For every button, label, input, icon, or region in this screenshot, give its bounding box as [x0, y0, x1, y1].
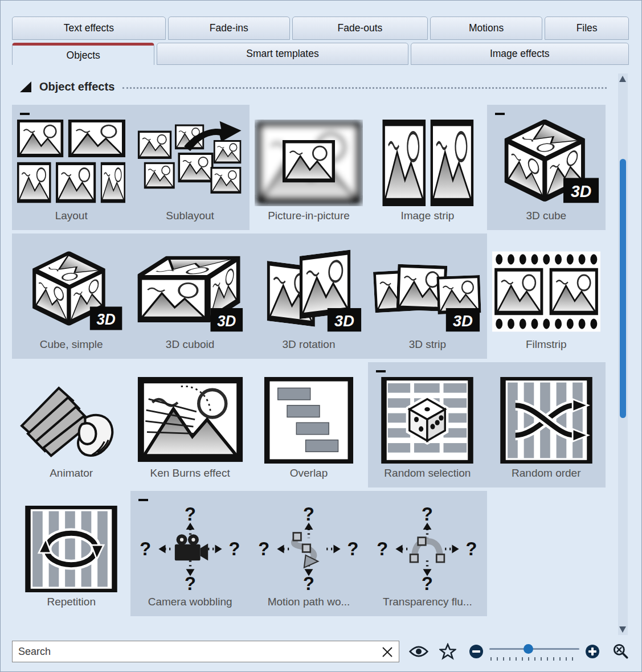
sublayout-icon	[136, 120, 244, 206]
3d-badge-icon	[328, 308, 362, 331]
layout-icon	[17, 120, 125, 206]
tab-files[interactable]: Files	[545, 17, 629, 40]
effect-item-3d-cuboid[interactable]: 3D cuboid	[130, 233, 249, 359]
tab-label: Fade-outs	[338, 22, 383, 34]
thumbnail-size-slider[interactable]	[489, 642, 579, 661]
effect-item-3d-strip[interactable]: 3D strip	[368, 233, 486, 359]
effect-item-ken-burns[interactable]: Ken Burns effect	[130, 362, 249, 487]
search-box	[12, 641, 399, 662]
cube-simple-icon	[17, 248, 125, 335]
effect-item-motion-path-wobbling[interactable]: Motion path wo...	[250, 491, 368, 616]
tab-text-effects[interactable]: Text effects	[12, 17, 166, 40]
effect-item-random-order[interactable]: Random order	[487, 362, 606, 487]
animator-icon	[17, 377, 125, 464]
tab-objects-active[interactable]: Objects	[12, 43, 154, 65]
3d-strip-icon	[373, 248, 481, 335]
vertical-scrollbar[interactable]	[618, 73, 628, 635]
picture-in-picture-icon	[255, 120, 363, 206]
tab-label: Image effects	[490, 48, 550, 60]
effect-label: Random selection	[384, 467, 471, 480]
filmstrip-icon	[492, 248, 600, 335]
favorites-star-icon[interactable]	[439, 643, 456, 660]
reset-zoom-icon[interactable]	[611, 642, 629, 661]
effect-item-picture-in-picture[interactable]: Picture-in-picture	[250, 105, 368, 230]
effect-label: Filmstrip	[526, 338, 567, 351]
effect-label: Ken Burns effect	[150, 467, 230, 480]
effect-label: 3D cuboid	[166, 338, 215, 351]
collapse-group-icon[interactable]	[20, 113, 30, 115]
slider-thumb[interactable]	[524, 644, 533, 654]
effect-label: Picture-in-picture	[268, 210, 350, 222]
tab-label: Motions	[469, 22, 504, 34]
random-order-icon	[492, 377, 600, 464]
effect-label: Repetition	[47, 596, 96, 608]
effect-item-camera-wobbling[interactable]: Camera wobbling	[130, 491, 249, 616]
tab-fade-outs[interactable]: Fade-outs	[292, 17, 428, 40]
tab-label: Fade-ins	[210, 22, 248, 34]
3d-rotation-icon	[255, 248, 363, 335]
effect-label: Motion path wo...	[268, 596, 350, 608]
zoom-out-button[interactable]	[469, 644, 484, 659]
effect-label: Layout	[55, 210, 88, 222]
scroll-down-arrow-icon[interactable]	[619, 626, 626, 633]
effect-item-random-selection[interactable]: Random selection	[368, 362, 486, 487]
collapse-group-icon[interactable]	[376, 370, 386, 372]
slider-track[interactable]	[489, 648, 579, 650]
scrollbar-thumb[interactable]	[620, 159, 626, 418]
effect-label: Cube, simple	[40, 338, 103, 351]
tab-image-effects[interactable]: Image effects	[411, 43, 629, 65]
random-selection-icon	[373, 377, 481, 464]
camera-wobbling-icon	[136, 506, 244, 592]
effect-item-3d-rotation[interactable]: 3D rotation	[250, 233, 368, 359]
tab-fade-ins[interactable]: Fade-ins	[168, 17, 290, 40]
zoom-in-button[interactable]	[585, 644, 600, 659]
collapse-triangle-icon[interactable]	[20, 81, 31, 92]
effect-label: Transparency flu...	[383, 596, 472, 608]
section-header: Object effects	[20, 80, 607, 93]
collapse-group-icon[interactable]	[138, 499, 148, 501]
effect-item-cube-simple[interactable]: Cube, simple	[12, 233, 130, 359]
effect-label: 3D strip	[409, 338, 446, 351]
scroll-up-arrow-icon[interactable]	[619, 76, 626, 82]
effect-item-sublayout[interactable]: Sublayout	[130, 105, 249, 230]
3d-badge-icon	[210, 308, 243, 331]
ken-burns-icon	[136, 377, 244, 464]
effect-label: 3D rotation	[283, 338, 336, 351]
3d-cube-icon	[492, 120, 600, 206]
tab-motions[interactable]: Motions	[430, 17, 542, 40]
effect-item-animator[interactable]: Animator	[12, 362, 130, 487]
effects-panel: Text effects Fade-ins Fade-outs Motions …	[0, 0, 642, 672]
motion-path-wobbling-icon	[255, 506, 363, 592]
effect-item-overlap[interactable]: Overlap	[250, 362, 368, 487]
search-input[interactable]	[13, 641, 399, 662]
tab-smart-templates[interactable]: Smart templates	[157, 43, 408, 65]
effect-label: Sublayout	[166, 210, 214, 222]
tab-row-lower: Objects Smart templates Image effects	[12, 43, 629, 65]
collapse-group-icon[interactable]	[495, 113, 505, 115]
effect-item-transparency-fluctuation[interactable]: Transparency flu...	[368, 491, 486, 616]
tab-label: Text effects	[64, 22, 114, 34]
effect-label: 3D cube	[526, 210, 566, 222]
effects-grid: Layout Sublayout Picture-in-picture	[12, 105, 606, 616]
slider-ticks	[490, 657, 578, 661]
3d-cuboid-icon	[136, 248, 244, 335]
effect-item-image-strip[interactable]: Image strip	[368, 105, 486, 230]
effect-item-3d-cube[interactable]: 3D cube	[487, 105, 606, 230]
effect-item-repetition[interactable]: Repetition	[12, 491, 130, 616]
clear-search-icon[interactable]	[381, 645, 394, 659]
effect-label: Animator	[50, 467, 93, 480]
3d-badge-icon	[90, 306, 122, 330]
overlap-icon	[255, 377, 363, 464]
effect-item-layout[interactable]: Layout	[12, 105, 130, 230]
transparency-fluctuation-icon	[373, 506, 481, 592]
effect-item-filmstrip[interactable]: Filmstrip	[487, 233, 606, 359]
tab-label: Objects	[67, 50, 100, 62]
preview-eye-icon[interactable]	[408, 645, 429, 658]
tab-row-upper: Text effects Fade-ins Fade-outs Motions …	[12, 17, 629, 40]
bottom-toolbar	[12, 639, 633, 664]
repetition-icon	[17, 506, 125, 592]
3d-badge-icon	[446, 308, 480, 331]
section-divider-dots	[122, 87, 607, 89]
tab-label: Files	[576, 22, 598, 34]
effect-label: Image strip	[400, 210, 454, 222]
